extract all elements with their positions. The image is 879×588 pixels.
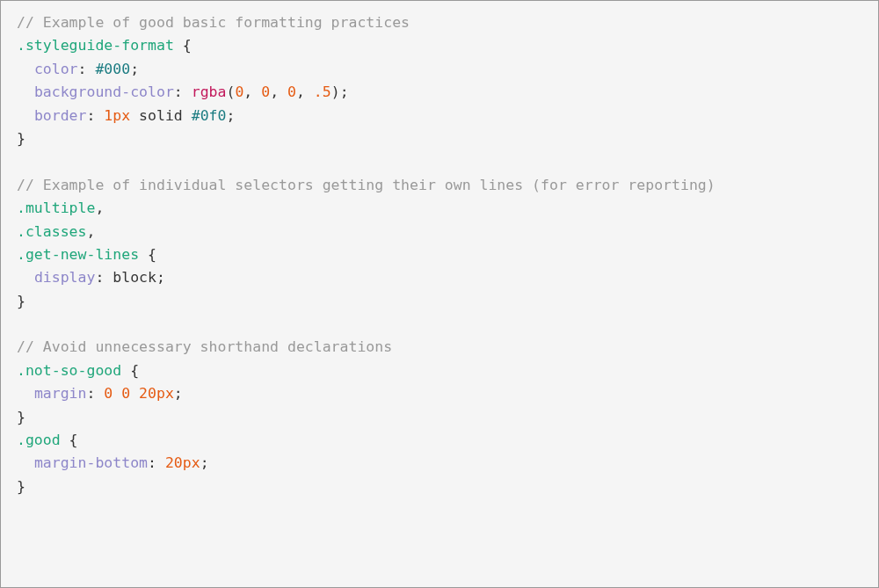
space	[104, 269, 113, 286]
space	[113, 385, 121, 402]
colon: :	[86, 107, 95, 124]
code-block: // Example of good basic formatting prac…	[0, 0, 879, 588]
css-property: display	[34, 269, 96, 286]
close-brace: }	[17, 478, 25, 495]
css-property: color	[34, 61, 78, 77]
open-paren: (	[226, 83, 235, 100]
open-brace: {	[61, 432, 78, 448]
semicolon: ;	[200, 454, 209, 471]
comma: ,	[243, 83, 261, 100]
indent	[17, 269, 34, 286]
close-brace: }	[17, 293, 25, 309]
comma: ,	[95, 200, 104, 216]
space	[95, 107, 104, 124]
comment-line: // Example of individual selectors getti…	[17, 177, 716, 193]
css-property: border	[34, 107, 87, 124]
css-selector: .not-so-good	[17, 362, 121, 379]
indent	[17, 107, 34, 124]
open-brace: {	[139, 246, 156, 263]
indent	[17, 61, 34, 77]
space	[156, 454, 165, 471]
css-value-hex: #0f0	[192, 107, 227, 124]
css-selector: .classes	[17, 223, 86, 240]
css-selector: .get-new-lines	[17, 246, 139, 263]
comma: ,	[296, 83, 314, 100]
comma: ,	[270, 83, 287, 100]
css-number: 0	[121, 385, 130, 402]
close-brace: }	[17, 130, 25, 147]
space	[86, 61, 95, 77]
indent	[17, 454, 34, 471]
css-property: margin	[34, 385, 87, 402]
css-number: 0	[287, 83, 296, 100]
css-number: 0	[261, 83, 270, 100]
css-number: 20px	[165, 454, 200, 471]
comment-line: // Example of good basic formatting prac…	[17, 14, 410, 31]
css-function: rgba	[192, 83, 227, 100]
css-selector: .styleguide-format	[17, 37, 174, 54]
close-paren: )	[331, 83, 340, 100]
css-property: background-color	[34, 83, 174, 100]
css-number: .5	[314, 83, 331, 100]
css-number: 0	[104, 385, 113, 402]
comment-line: // Avoid unnecessary shorthand declarati…	[17, 338, 392, 355]
space	[130, 385, 139, 402]
css-number: 1px	[104, 107, 130, 124]
semicolon: ;	[174, 385, 183, 402]
colon: :	[148, 454, 156, 471]
semicolon: ;	[226, 107, 235, 124]
open-brace: {	[121, 362, 139, 379]
colon: :	[78, 61, 87, 77]
space	[183, 107, 192, 124]
css-property: margin-bottom	[34, 454, 148, 471]
space	[130, 107, 139, 124]
css-number: 0	[235, 83, 243, 100]
css-selector: .good	[17, 432, 61, 448]
css-keyword: solid	[139, 107, 183, 124]
indent	[17, 83, 34, 100]
comma: ,	[86, 223, 95, 240]
css-number: 20px	[139, 385, 174, 402]
css-selector: .multiple	[17, 200, 95, 216]
semicolon: ;	[340, 83, 349, 100]
css-keyword: block	[113, 269, 156, 286]
semicolon: ;	[156, 269, 165, 286]
space	[183, 83, 192, 100]
open-brace: {	[174, 37, 192, 54]
semicolon: ;	[130, 61, 139, 77]
indent	[17, 385, 34, 402]
colon: :	[174, 83, 183, 100]
css-value-hex: #000	[95, 61, 130, 77]
colon: :	[86, 385, 95, 402]
colon: :	[95, 269, 104, 286]
close-brace: }	[17, 409, 25, 425]
space	[95, 385, 104, 402]
